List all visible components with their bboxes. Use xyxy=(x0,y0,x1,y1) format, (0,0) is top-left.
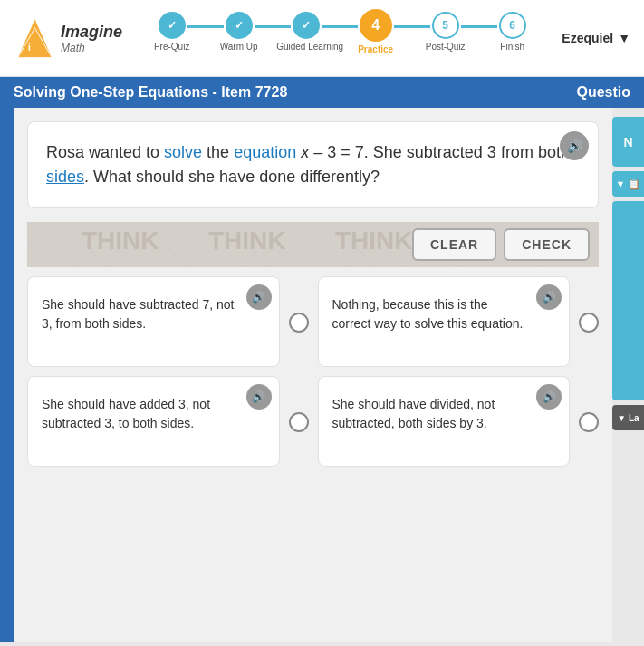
step-circle-practice: 4 xyxy=(360,9,392,42)
question-audio-button[interactable]: 🔊 xyxy=(560,131,589,160)
choice-a-audio-icon: 🔊 xyxy=(252,289,265,305)
logo-math-text: Math xyxy=(61,42,122,54)
main-content: 🔊 Rosa wanted to solve the equation x – … xyxy=(0,108,644,642)
choice-a-text: She should have subtracted 7, not 3, fro… xyxy=(42,291,265,333)
step-practice[interactable]: 4 Practice xyxy=(360,9,392,42)
sidebar-expand-1-icon: ▼ 📋 xyxy=(616,178,641,190)
header: i Imagine Math ✓ Pre-Quiz ✓ Warm Up ✓ Gu xyxy=(0,0,644,77)
choice-card-c[interactable]: 🔊 She should have added 3, not subtracte… xyxy=(27,376,280,467)
step-pre-quiz[interactable]: ✓ Pre-Quiz xyxy=(159,12,186,39)
question-card: 🔊 Rosa wanted to solve the equation x – … xyxy=(27,121,599,208)
step-finish[interactable]: 6 Finish xyxy=(499,12,526,39)
sidebar-middle-panel[interactable] xyxy=(612,201,644,400)
step-circle-guided: ✓ xyxy=(293,12,320,39)
step-label-pre-quiz: Pre-Quiz xyxy=(145,42,199,52)
choice-b-audio-icon: 🔊 xyxy=(543,289,556,305)
choice-card-b[interactable]: 🔊 Nothing, because this is the correct w… xyxy=(318,276,571,367)
check-button[interactable]: CHECK xyxy=(504,228,590,261)
clear-button[interactable]: CLEAR xyxy=(412,228,496,261)
sides-link[interactable]: sides xyxy=(46,168,84,186)
choice-a-audio-button[interactable]: 🔊 xyxy=(246,284,272,310)
connector-4 xyxy=(394,25,430,28)
step-label-post-quiz: Post-Quiz xyxy=(418,42,473,52)
choice-b-text: Nothing, because this is the correct way… xyxy=(332,291,556,333)
logo-imagine-text: Imagine xyxy=(61,23,122,42)
connector-2 xyxy=(255,25,291,28)
solve-link[interactable]: solve xyxy=(164,143,202,161)
progress-nav: ✓ Pre-Quiz ✓ Warm Up ✓ Guided Learning 4… xyxy=(122,9,562,67)
logo-area: i Imagine Math xyxy=(14,14,122,63)
sidebar-expand-1[interactable]: ▼ 📋 xyxy=(612,171,644,197)
right-sidebar: N ▼ 📋 ▼ La xyxy=(612,108,644,642)
question-audio-icon: 🔊 xyxy=(567,139,582,153)
step-guided-learning[interactable]: ✓ Guided Learning xyxy=(293,12,320,39)
steps-container: ✓ Pre-Quiz ✓ Warm Up ✓ Guided Learning 4… xyxy=(159,9,526,63)
step-post-quiz[interactable]: 5 Post-Quiz xyxy=(432,12,459,39)
logo-icon: i xyxy=(14,14,56,63)
step-label-finish: Finish xyxy=(485,42,540,52)
step-label-warm-up: Warm Up xyxy=(212,42,266,52)
choice-c-audio-button[interactable]: 🔊 xyxy=(246,384,272,410)
choice-d-audio-button[interactable]: 🔊 xyxy=(536,384,562,410)
choice-c-radio[interactable] xyxy=(289,412,309,432)
page-title: Solving One-Step Equations - Item 7728 xyxy=(14,84,287,101)
connector-3 xyxy=(322,25,358,28)
choices-grid: 🔊 She should have subtracted 7, not 3, f… xyxy=(27,276,599,467)
left-accent-bar xyxy=(0,108,14,642)
choice-b-audio-button[interactable]: 🔊 xyxy=(536,284,562,310)
question-text: Rosa wanted to solve the equation x – 3 … xyxy=(46,140,580,189)
choice-item-d: 🔊 She should have divided, not subtracte… xyxy=(318,376,600,467)
connector-1 xyxy=(187,25,224,28)
user-dropdown-icon: ▼ xyxy=(618,31,630,45)
sidebar-n-icon: N xyxy=(623,135,632,149)
choice-item-c: 🔊 She should have added 3, not subtracte… xyxy=(27,376,309,467)
choice-item-b: 🔊 Nothing, because this is the correct w… xyxy=(318,276,600,367)
choice-d-audio-icon: 🔊 xyxy=(543,389,556,405)
user-name: Ezequiel xyxy=(562,31,613,45)
choice-d-text: She should have divided, not subtracted,… xyxy=(332,390,556,433)
sidebar-expand-2-label: ▼ La xyxy=(617,413,639,423)
watermark-think-2: THINK xyxy=(208,227,286,256)
content-area: 🔊 Rosa wanted to solve the equation x – … xyxy=(14,108,612,642)
choice-item-a: 🔊 She should have subtracted 7, not 3, f… xyxy=(27,276,309,367)
choice-card-d[interactable]: 🔊 She should have divided, not subtracte… xyxy=(318,376,571,467)
watermark-think-3: THINK xyxy=(335,227,413,256)
step-circle-finish: 6 xyxy=(499,12,526,39)
question-label: Questio xyxy=(576,84,630,101)
step-label-guided: Guided Learning xyxy=(276,42,335,52)
choice-card-a[interactable]: 🔊 She should have subtracted 7, not 3, f… xyxy=(27,276,280,367)
user-area[interactable]: Ezequiel ▼ xyxy=(562,31,630,45)
step-circle-warm-up: ✓ xyxy=(226,12,253,39)
step-circle-post-quiz: 5 xyxy=(432,12,459,39)
step-warm-up[interactable]: ✓ Warm Up xyxy=(226,12,253,39)
title-bar: Solving One-Step Equations - Item 7728 Q… xyxy=(0,77,644,108)
choice-d-radio[interactable] xyxy=(579,412,599,432)
equation-link[interactable]: equation xyxy=(234,143,296,161)
logo-text: Imagine Math xyxy=(61,23,122,54)
connector-5 xyxy=(461,25,497,28)
step-circle-pre-quiz: ✓ xyxy=(159,12,186,39)
choice-c-text: She should have added 3, not subtracted … xyxy=(42,390,265,433)
svg-marker-0 xyxy=(18,19,53,57)
choice-a-radio[interactable] xyxy=(289,313,309,333)
sidebar-n-button[interactable]: N xyxy=(612,117,644,167)
sidebar-expand-2[interactable]: ▼ La xyxy=(612,405,644,430)
choice-c-audio-icon: 🔊 xyxy=(252,389,265,405)
step-label-practice: Practice xyxy=(349,44,403,54)
watermark-think-1: THINK xyxy=(82,227,159,256)
svg-text:i: i xyxy=(28,43,31,53)
watermark-area: THINK THINK THINK CLEAR CHECK xyxy=(27,222,599,267)
choice-b-radio[interactable] xyxy=(579,313,599,333)
